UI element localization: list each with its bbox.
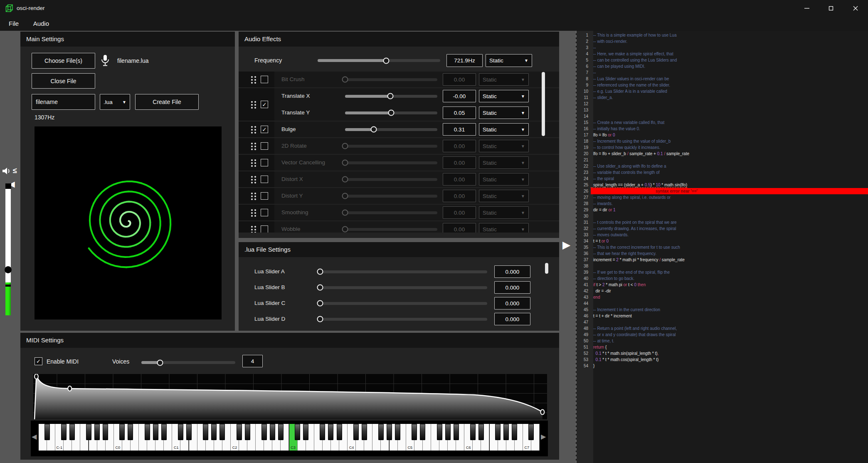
slider-thumb[interactable] [342, 226, 348, 233]
piano-key-black[interactable] [245, 424, 250, 440]
effect-value[interactable]: 0.05 [443, 106, 476, 119]
frequency-slider-thumb[interactable] [383, 57, 390, 64]
adsr-envelope-editor[interactable] [33, 374, 547, 419]
effect-mode-dropdown[interactable]: Static▼ [479, 106, 529, 119]
piano-key-black[interactable] [261, 424, 267, 440]
file-extension-dropdown[interactable]: .lua ▼ [100, 94, 130, 110]
slider-thumb[interactable] [317, 285, 323, 291]
effect-slider[interactable] [345, 195, 437, 198]
slider-thumb[interactable] [342, 193, 348, 199]
effect-mode-dropdown[interactable]: Static▼ [479, 190, 529, 202]
piano-key-black[interactable] [119, 424, 125, 440]
envelope-point[interactable] [540, 410, 544, 415]
effect-value[interactable]: 0.00 [443, 156, 476, 169]
filename-input[interactable] [32, 94, 95, 110]
envelope-point[interactable] [68, 386, 72, 391]
slider-thumb[interactable] [342, 143, 348, 149]
slider-thumb[interactable] [342, 176, 348, 183]
piano-key-black[interactable] [337, 424, 342, 440]
envelope-point[interactable] [35, 374, 38, 379]
frequency-slider[interactable] [318, 59, 440, 62]
piano-key-black[interactable] [378, 424, 384, 440]
piano-key-black[interactable] [470, 424, 476, 440]
piano-key-black[interactable] [528, 424, 534, 440]
piano-key-black[interactable] [420, 424, 425, 440]
effect-mode-dropdown[interactable]: Static▼ [479, 123, 529, 136]
slider-thumb[interactable] [342, 77, 348, 83]
piano-key-black[interactable] [178, 424, 183, 440]
code-editor[interactable]: 1-- This is a simple example of how to u… [576, 31, 868, 463]
voices-slider[interactable] [141, 361, 235, 364]
effect-value[interactable]: 0.00 [443, 73, 476, 86]
lua-slider[interactable] [320, 270, 487, 273]
minimize-button[interactable] [799, 2, 815, 15]
lua-slider-value[interactable]: 0.000 [494, 313, 530, 325]
voices-slider-thumb[interactable] [157, 359, 163, 366]
piano-key-black[interactable] [454, 424, 459, 440]
maximize-button[interactable] [823, 2, 839, 15]
piano-key-black[interactable] [128, 424, 133, 440]
close-button[interactable] [847, 2, 864, 15]
effect-slider[interactable] [345, 211, 437, 214]
effect-mode-dropdown[interactable]: Static▼ [479, 73, 529, 86]
effect-slider[interactable] [345, 161, 437, 164]
piano-key-black[interactable] [278, 424, 284, 440]
close-file-button[interactable]: Close File [32, 73, 95, 89]
effect-slider[interactable] [345, 78, 437, 81]
lua-slider[interactable] [320, 286, 487, 289]
lua-slider-value[interactable]: 0.000 [494, 281, 530, 294]
lua-slider-value[interactable]: 0.000 [494, 265, 530, 278]
frequency-value[interactable]: 721.9Hz [446, 54, 483, 67]
slider-thumb[interactable] [317, 300, 323, 307]
effect-slider[interactable] [345, 228, 437, 231]
piano-key-black[interactable] [445, 424, 451, 440]
piano-key-black[interactable] [44, 424, 50, 440]
piano-key-black[interactable] [303, 424, 308, 440]
voices-value[interactable]: 4 [242, 355, 263, 367]
piano-key-black[interactable] [219, 424, 225, 440]
create-file-button[interactable]: Create File [135, 94, 199, 110]
play-icon[interactable]: ▶ [562, 239, 570, 250]
piano-key-black[interactable] [103, 424, 108, 440]
piano-key-black[interactable] [186, 424, 192, 440]
piano-key-black[interactable] [145, 424, 150, 440]
piano-key-black[interactable] [503, 424, 509, 440]
piano-key-black[interactable] [211, 424, 217, 440]
slider-thumb[interactable] [370, 126, 377, 133]
slider-thumb[interactable] [388, 110, 395, 116]
lua-scrollbar-thumb[interactable] [545, 263, 548, 274]
lua-slider-value[interactable]: 0.000 [494, 297, 530, 309]
effect-slider[interactable] [345, 111, 437, 114]
menu-audio[interactable]: Audio [27, 17, 55, 31]
lua-slider[interactable] [320, 318, 487, 321]
scroll-right-icon[interactable]: ▶ [541, 433, 546, 441]
effect-value[interactable]: 0.00 [443, 190, 476, 202]
piano-key-black[interactable] [512, 424, 517, 440]
effect-value[interactable]: -0.00 [443, 90, 476, 102]
effect-mode-dropdown[interactable]: Static▼ [479, 173, 529, 186]
microphone-icon[interactable] [101, 54, 110, 67]
effect-slider[interactable] [345, 178, 437, 181]
piano-key-black[interactable] [328, 424, 333, 440]
piano-key-black[interactable] [495, 424, 501, 440]
effect-slider[interactable] [345, 145, 437, 148]
lua-slider[interactable] [320, 302, 487, 305]
piano-key-black[interactable] [203, 424, 208, 440]
piano-key-black[interactable] [362, 424, 367, 440]
effect-value[interactable]: 0.00 [443, 223, 476, 233]
piano-key-black[interactable] [270, 424, 275, 440]
piano-key-black[interactable] [295, 424, 300, 440]
piano-key-black[interactable] [153, 424, 158, 440]
slider-thumb[interactable] [342, 210, 348, 216]
slider-thumb[interactable] [387, 93, 393, 99]
effect-value[interactable]: 0.00 [443, 173, 476, 186]
effect-mode-dropdown[interactable]: Static▼ [479, 156, 529, 169]
effect-mode-dropdown[interactable]: Static▼ [479, 223, 529, 233]
piano-key-black[interactable] [478, 424, 484, 440]
effect-value[interactable]: 0.00 [443, 140, 476, 152]
effect-mode-dropdown[interactable]: Static▼ [479, 90, 529, 102]
effect-mode-dropdown[interactable]: Static▼ [479, 206, 529, 219]
menu-file[interactable]: File [2, 17, 25, 31]
effect-mode-dropdown[interactable]: Static▼ [479, 140, 529, 152]
scroll-left-icon[interactable]: ◀ [32, 433, 37, 441]
